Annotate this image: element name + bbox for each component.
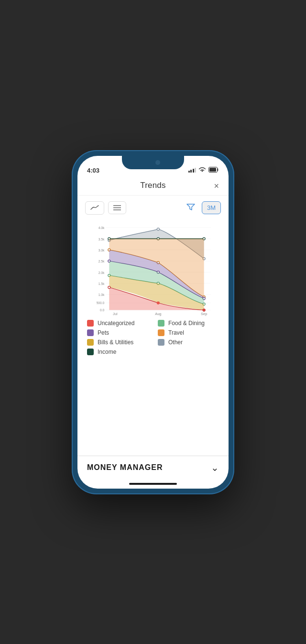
svg-text:2.5k: 2.5k bbox=[98, 260, 105, 263]
phone-frame: 4:03 bbox=[72, 150, 234, 494]
svg-point-43 bbox=[157, 302, 159, 304]
home-indicator bbox=[77, 479, 229, 489]
battery-icon bbox=[208, 167, 219, 174]
svg-point-27 bbox=[157, 228, 159, 230]
legend-pets: Pets bbox=[87, 329, 148, 336]
svg-text:1.5k: 1.5k bbox=[98, 282, 105, 285]
svg-text:Aug: Aug bbox=[155, 312, 161, 316]
svg-rect-1 bbox=[209, 168, 216, 172]
legend-income: Income bbox=[87, 349, 148, 355]
app-name: MONEY MANAGER bbox=[87, 463, 163, 472]
list-view-button[interactable] bbox=[108, 201, 126, 214]
svg-point-42 bbox=[108, 286, 110, 288]
legend-food: Food & Dining bbox=[158, 320, 219, 327]
other-label: Other bbox=[168, 339, 183, 346]
signal-icon bbox=[188, 168, 197, 173]
chart-legend: Uncategorized Food & Dining Pets Travel … bbox=[77, 316, 229, 360]
status-icons bbox=[188, 167, 219, 174]
chart-view-button[interactable] bbox=[85, 201, 104, 215]
legend-uncategorized: Uncategorized bbox=[87, 320, 148, 327]
svg-text:1.0k: 1.0k bbox=[98, 293, 105, 296]
svg-text:4.0k: 4.0k bbox=[98, 226, 105, 229]
chevron-down-icon[interactable]: ⌄ bbox=[211, 462, 219, 473]
notch-camera bbox=[155, 160, 160, 165]
bottom-bar: MONEY MANAGER ⌄ bbox=[77, 456, 229, 479]
page-header: Trends × bbox=[77, 177, 229, 196]
home-bar bbox=[129, 483, 177, 485]
svg-text:0.0: 0.0 bbox=[100, 308, 105, 312]
food-label: Food & Dining bbox=[168, 320, 205, 327]
period-selector[interactable]: 3M bbox=[202, 201, 221, 214]
legend-travel: Travel bbox=[158, 329, 219, 336]
income-label: Income bbox=[98, 349, 116, 355]
income-swatch bbox=[87, 349, 94, 355]
travel-swatch bbox=[158, 329, 164, 336]
other-swatch bbox=[158, 339, 164, 346]
chart-area: 4.0k 3.5k 3.0k 2.5k 2.0k 1.5k 1.0k 500.0… bbox=[77, 220, 229, 316]
close-button[interactable]: × bbox=[214, 181, 219, 191]
pets-swatch bbox=[87, 329, 94, 336]
uncategorized-swatch bbox=[87, 320, 94, 327]
toolbar: 3M bbox=[77, 196, 229, 220]
pets-label: Pets bbox=[98, 329, 109, 336]
food-swatch bbox=[158, 320, 164, 327]
wifi-icon bbox=[198, 167, 206, 174]
bills-label: Bills & Utilities bbox=[98, 339, 133, 346]
notch bbox=[122, 156, 184, 169]
filter-button[interactable] bbox=[184, 200, 198, 216]
svg-text:Sep: Sep bbox=[201, 312, 207, 316]
bills-swatch bbox=[87, 339, 94, 346]
page-title: Trends bbox=[140, 181, 165, 190]
uncategorized-label: Uncategorized bbox=[98, 320, 134, 327]
svg-text:500.0: 500.0 bbox=[97, 301, 105, 305]
legend-other: Other bbox=[158, 339, 219, 346]
spacer bbox=[77, 360, 229, 456]
phone-screen: 4:03 bbox=[77, 156, 229, 489]
travel-label: Travel bbox=[168, 329, 184, 336]
svg-point-44 bbox=[203, 309, 205, 311]
svg-text:2.0k: 2.0k bbox=[98, 271, 105, 274]
svg-text:3.0k: 3.0k bbox=[98, 249, 105, 252]
svg-text:3.5k: 3.5k bbox=[98, 237, 105, 240]
trend-chart: 4.0k 3.5k 3.0k 2.5k 2.0k 1.5k 1.0k 500.0… bbox=[82, 220, 224, 316]
svg-text:Jul: Jul bbox=[113, 312, 118, 316]
legend-bills: Bills & Utilities bbox=[87, 339, 148, 346]
status-time: 4:03 bbox=[87, 167, 99, 174]
